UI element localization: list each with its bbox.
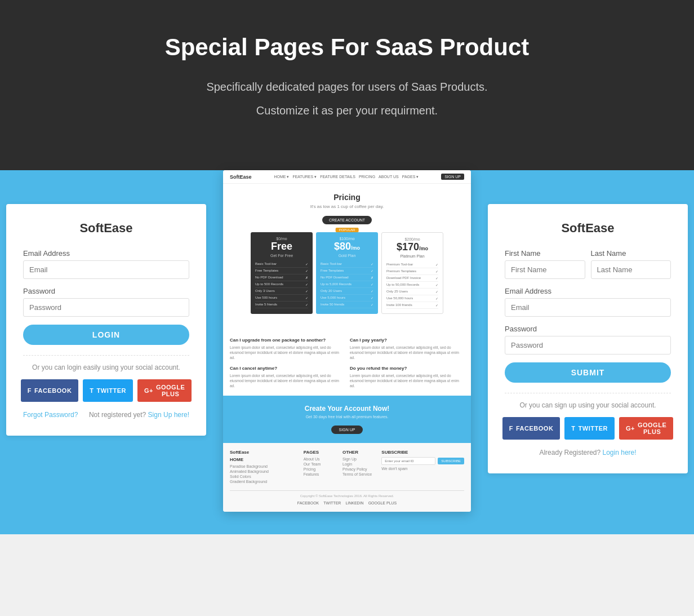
googleplus-icon-signup: g+ [626,425,635,432]
preview-nav-btn: SIGN UP [441,174,464,180]
preview-cta: Create Your Account Now! Get 30 days fre… [223,396,471,443]
login-here-link[interactable]: Login here! [603,449,637,457]
login-card-footer: Forgot Password? Not registered yet? Sig… [23,411,189,419]
preview-pricing-cta: CREATE ACCOUNT [322,216,372,224]
signup-first-name-group: First Name [505,249,585,287]
signup-twitter-button[interactable]: t TWITTER [564,417,615,440]
twitter-icon: t [90,387,94,394]
signup-email-input[interactable] [505,298,671,317]
signup-facebook-label: FACEBOOK [516,425,553,432]
preview-plan-platinum: $200/mo $170/mo Platinum Plan Premium To… [381,232,443,314]
signup-first-name-label: First Name [505,249,585,258]
signup-googleplus-button[interactable]: g+ GOOGLE PLUS [619,417,673,440]
preview-image: SoftEase HOME ▾ FEATURES ▾ FEATURE DETAI… [223,170,471,512]
login-email-input[interactable] [23,260,189,279]
preview-cta-title: Create Your Account Now! [232,405,462,413]
login-facebook-label: FACEBOOK [34,387,72,394]
preview-nav: SoftEase HOME ▾ FEATURES ▾ FEATURE DETAI… [223,170,471,184]
signup-last-name-label: Last Name [591,249,671,258]
preview-container: SoftEase HOME ▾ FEATURES ▾ FEATURE DETAI… [223,170,471,512]
faq-item-4: Do you refund the money? Lorem ipsum dol… [350,366,464,388]
signup-email-label: Email Address [505,287,671,295]
hero-subtitle2: Customize it as per your requirment. [11,101,683,119]
not-registered-text: Not registered yet? Sign Up here! [89,411,189,419]
login-social-text: Or you can login easily using your socia… [23,364,189,371]
preview-faq: Can I upgrade from one package to anothe… [223,331,471,396]
login-twitter-label: TWITTER [97,387,126,394]
signup-googleplus-label: GOOGLE PLUS [638,422,666,435]
forgot-password-link[interactable]: Forgot Password? [23,411,78,419]
login-facebook-button[interactable]: f FACEBOOK [21,379,79,402]
login-button[interactable]: LOGIN [23,325,189,345]
signup-social-text: Or you can sign up using your social acc… [505,401,671,409]
signup-password-label: Password [505,325,671,333]
login-googleplus-button[interactable]: g+ GOOGLE PLUS [137,379,192,402]
signup-card-title: SoftEase [505,221,671,236]
preview-plan-gold: POPULAR $100/mo $80/mo Gold Plan Basic T… [316,232,378,314]
facebook-icon-signup: f [509,425,513,432]
googleplus-icon: g+ [144,387,153,394]
footer-email-input[interactable] [381,457,435,465]
preview-nav-links: HOME ▾ FEATURES ▾ FEATURE DETAILS PRICIN… [274,175,419,179]
login-social-buttons: f FACEBOOK t TWITTER g+ GOOGLE PLUS [23,379,189,402]
login-divider [23,355,189,356]
signup-last-name-input[interactable] [591,260,671,279]
signup-divider [505,393,671,393]
faq-item-3: Can I cancel anytime? Lorem ipsum dolor … [230,366,344,388]
signup-already-registered: Already Registered? Login here! [505,449,671,457]
preview-cta-btn: SIGN UP [331,426,363,434]
footer-col-other: OTHER Sign Up Login Privacy Policy Terms… [342,450,377,485]
facebook-icon: f [28,387,32,394]
preview-nav-logo: SoftEase [230,174,252,180]
faq-item-1: Can I upgrade from one package to anothe… [230,338,344,360]
preview-pricing-cards: $0/mo Free Get For Free Basic Tool-bar✓ … [230,232,464,314]
login-password-input[interactable] [23,298,189,317]
hero-section: Special Pages For SaaS Product Specifica… [0,0,694,170]
footer-col-home: SoftEase HOME Paradise Background Animat… [230,450,299,485]
sign-up-link[interactable]: Sign Up here! [148,411,189,419]
preview-footer-copyright: Copyright © SoftEase Technologies 2016. … [230,490,464,505]
signup-first-name-input[interactable] [505,260,585,279]
signup-card: SoftEase First Name Last Name Email Addr… [488,204,688,473]
preview-pricing-subtitle: It's as low as 1 cup of coffee per day. [230,204,464,209]
signup-last-name-group: Last Name [591,249,671,287]
preview-footer-social: FACEBOOK TWITTER LINKEDIN GOOGLE PLUS [230,501,464,505]
preview-cta-sub: Get 30 days free trial with all premium … [232,415,462,419]
preview-pricing: Pricing It's as low as 1 cup of coffee p… [223,184,471,331]
signup-twitter-label: TWITTER [579,425,608,432]
preview-pricing-title: Pricing [230,193,464,202]
twitter-icon-signup: t [571,425,575,432]
faq-item-2: Can I pay yearly? Lorem ipsum dolor sit … [350,338,464,360]
signup-social-buttons: f FACEBOOK t TWITTER g+ GOOGLE PLUS [505,417,671,440]
signup-facebook-button[interactable]: f FACEBOOK [502,417,560,440]
login-card-title: SoftEase [23,221,189,236]
preview-footer: SoftEase HOME Paradise Background Animat… [223,443,471,512]
login-twitter-button[interactable]: t TWITTER [83,379,133,402]
preview-plan-free: $0/mo Free Get For Free Basic Tool-bar✓ … [251,232,313,314]
signup-submit-button[interactable]: SUBMIT [505,362,671,383]
hero-title: Special Pages For SaaS Product [11,34,683,61]
signup-name-row: First Name Last Name [505,249,671,287]
signup-password-input[interactable] [505,336,671,354]
footer-col-pages: PAGES About Us Our Team Pricing Features [304,450,338,485]
footer-subscribe-btn[interactable]: SUBSCRIBE [438,458,464,464]
login-email-label: Email Address [23,249,189,258]
footer-col-subscribe: SUBSCRIBE SUBSCRIBE We don't spam [381,450,464,485]
login-password-label: Password [23,287,189,295]
blue-section: SoftEase Email Address Password LOGIN Or… [0,170,694,534]
login-googleplus-label: GOOGLE PLUS [156,384,185,397]
login-card: SoftEase Email Address Password LOGIN Or… [6,204,206,436]
hero-subtitle1: Specifically dedicated pages for users o… [11,78,683,96]
preview-footer-grid: SoftEase HOME Paradise Background Animat… [230,450,464,485]
